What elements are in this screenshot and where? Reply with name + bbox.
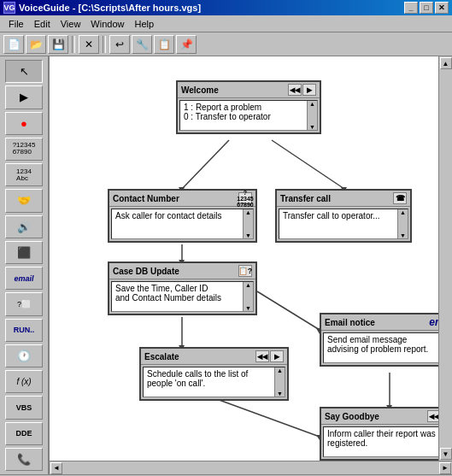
canvas-inner: Welcome ◀◀ ▶ 1 : Report a problem 0 : Tr… xyxy=(50,56,438,461)
open-button[interactable]: 📂 xyxy=(26,35,46,54)
node-escalate-header: Escalate ◀◀ ▶ xyxy=(141,349,287,365)
contact-icon[interactable]: ?1234567890 xyxy=(238,192,252,204)
node-contact-icons: ?1234567890 xyxy=(238,192,252,204)
node-welcome[interactable]: Welcome ◀◀ ▶ 1 : Report a problem 0 : Tr… xyxy=(176,80,321,134)
scroll-left-button[interactable]: ◄ xyxy=(50,462,62,474)
scroll-up[interactable]: ▲ xyxy=(400,209,406,215)
node-transfer-header: Transfer call ☎ xyxy=(277,191,410,207)
new-button[interactable]: 📄 xyxy=(3,35,24,54)
svg-line-6 xyxy=(214,398,320,437)
tool-play[interactable]: ▶ xyxy=(5,85,43,109)
welcome-icon-2[interactable]: ▶ xyxy=(302,84,316,96)
node-email-text: Send email message advising of problem r… xyxy=(327,335,438,354)
node-email-header: Email notice email xyxy=(321,314,438,331)
node-email-title: Email notice xyxy=(325,318,375,327)
vertical-scrollbar[interactable]: ▲ ▼ xyxy=(438,56,452,461)
scroll-up[interactable]: ▲ xyxy=(245,209,251,215)
toolbar-separator-1 xyxy=(72,36,75,53)
node-transfer-text: Transfer call to operator... xyxy=(283,211,390,220)
menu-window[interactable]: Window xyxy=(85,17,129,31)
node-casedb-body: Save the Time, Caller ID and Contact Num… xyxy=(111,281,254,312)
main-area: ↖ ▶ ● ?1234567890 1234Abc 🤝 🔊 ⬛ email ?⬜… xyxy=(0,56,452,474)
tool-digit[interactable]: 1234Abc xyxy=(5,163,43,186)
tool-transfer[interactable]: 🤝 xyxy=(5,189,43,212)
copy-button[interactable]: 📋 xyxy=(154,35,174,54)
node-contact-body: Ask caller for contact details ▲ ▼ xyxy=(111,209,254,239)
scroll-up[interactable]: ▲ xyxy=(277,367,283,373)
tool-fx[interactable]: f (x) xyxy=(5,370,43,393)
node-escalate[interactable]: Escalate ◀◀ ▶ Schedule calls to the list… xyxy=(139,347,289,401)
scroll-track xyxy=(441,69,451,448)
scroll-down[interactable]: ▼ xyxy=(245,232,251,238)
node-contact[interactable]: Contact Number ?1234567890 Ask caller fo… xyxy=(108,189,257,243)
node-contact-scrollbar[interactable]: ▲ ▼ xyxy=(243,209,253,238)
menu-help[interactable]: Help xyxy=(129,17,159,31)
casedb-icon[interactable]: 📋? xyxy=(238,265,252,277)
tool-run[interactable]: RUN.. xyxy=(5,319,43,342)
node-casedb[interactable]: Case DB Update 📋? Save the Time, Caller … xyxy=(108,262,257,315)
tool-dde[interactable]: DDE xyxy=(5,422,43,445)
scroll-down[interactable]: ▼ xyxy=(400,232,406,238)
tool-audio[interactable]: 🔊 xyxy=(5,215,43,238)
save-button[interactable]: 💾 xyxy=(48,35,68,54)
node-saybye-text: Inform caller their report was registere… xyxy=(327,429,436,448)
scroll-down[interactable]: ▼ xyxy=(309,124,315,130)
minimize-button[interactable]: _ xyxy=(404,2,418,14)
tool-dtmf[interactable]: ?1234567890 xyxy=(5,138,43,161)
scroll-up[interactable]: ▲ xyxy=(309,101,315,107)
escalate-icon-1[interactable]: ◀◀ xyxy=(255,350,269,362)
menu-bar: File Edit View Window Help xyxy=(0,15,452,32)
pin-button[interactable]: 📌 xyxy=(176,35,197,54)
tool-select[interactable]: ↖ xyxy=(5,60,43,83)
settings-button[interactable]: 🔧 xyxy=(132,35,152,54)
welcome-icon-1[interactable]: ◀◀ xyxy=(288,84,302,96)
node-welcome-scrollbar[interactable]: ▲ ▼ xyxy=(307,101,317,130)
tool-vbs[interactable]: VBS xyxy=(5,396,43,419)
scroll-h-track xyxy=(62,463,439,473)
scroll-up-button[interactable]: ▲ xyxy=(440,57,452,69)
canvas[interactable]: Welcome ◀◀ ▶ 1 : Report a problem 0 : Tr… xyxy=(50,56,438,461)
tool-phone[interactable]: 📞 xyxy=(5,448,43,471)
window-title: VoiceGuide - [C:\Scripts\After hours.vgs… xyxy=(19,3,201,13)
node-transfer-body: Transfer call to operator... ▲ ▼ xyxy=(279,209,408,239)
maximize-button[interactable]: □ xyxy=(420,2,433,14)
escalate-icon-2[interactable]: ▶ xyxy=(270,350,284,362)
node-saybye-body: Inform caller their report was registere… xyxy=(323,426,438,457)
node-transfer[interactable]: Transfer call ☎ Transfer call to operato… xyxy=(275,189,412,243)
node-saybye-header: Say Goodbye ◀◀ ▶ xyxy=(321,408,438,425)
cut-button[interactable]: ✕ xyxy=(79,35,99,54)
horizontal-scrollbar[interactable]: ◄ ► xyxy=(50,461,452,474)
node-saybye[interactable]: Say Goodbye ◀◀ ▶ Inform caller their rep… xyxy=(320,407,438,461)
scroll-down[interactable]: ▼ xyxy=(277,391,283,397)
title-buttons: _ □ ✕ xyxy=(404,2,449,14)
node-casedb-scrollbar[interactable]: ▲ ▼ xyxy=(243,282,253,311)
scroll-right-button[interactable]: ► xyxy=(439,462,451,474)
close-button[interactable]: ✕ xyxy=(435,2,449,14)
scroll-down-button[interactable]: ▼ xyxy=(440,448,452,460)
node-transfer-title: Transfer call xyxy=(280,194,331,203)
scroll-up[interactable]: ▲ xyxy=(245,282,251,288)
tool-block[interactable]: ⬛ xyxy=(5,241,43,264)
node-contact-header: Contact Number ?1234567890 xyxy=(109,191,255,207)
left-toolbar: ↖ ▶ ● ?1234567890 1234Abc 🤝 🔊 ⬛ email ?⬜… xyxy=(0,56,50,474)
tool-clock[interactable]: 🕐 xyxy=(5,344,43,367)
tool-question[interactable]: ?⬜ xyxy=(5,292,43,315)
svg-line-1 xyxy=(272,140,344,189)
node-transfer-scrollbar[interactable]: ▲ ▼ xyxy=(397,209,408,238)
svg-line-4 xyxy=(257,291,320,330)
menu-view[interactable]: View xyxy=(56,17,86,31)
undo-button[interactable]: ↩ xyxy=(109,35,130,54)
scroll-down[interactable]: ▼ xyxy=(245,305,251,311)
node-contact-title: Contact Number xyxy=(113,194,179,203)
node-welcome-body: 1 : Report a problem 0 : Transfer to ope… xyxy=(179,100,318,131)
tool-record[interactable]: ● xyxy=(5,112,43,135)
menu-file[interactable]: File xyxy=(3,17,29,31)
node-email[interactable]: Email notice email Send email message ad… xyxy=(320,313,438,367)
node-welcome-text: 1 : Report a problem 0 : Transfer to ope… xyxy=(184,103,281,121)
tool-email[interactable]: email xyxy=(5,267,43,290)
transfer-icon[interactable]: ☎ xyxy=(393,192,407,204)
node-escalate-text: Schedule calls to the list of people 'on… xyxy=(147,369,248,388)
node-escalate-scrollbar[interactable]: ▲ ▼ xyxy=(274,367,285,397)
menu-edit[interactable]: Edit xyxy=(29,17,56,31)
saybye-icon-1[interactable]: ◀◀ xyxy=(427,410,438,422)
